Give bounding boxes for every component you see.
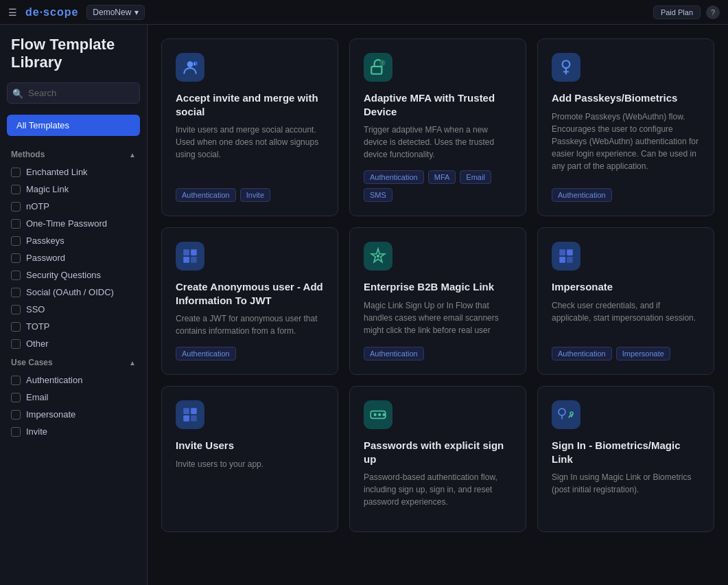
checkbox-password[interactable] <box>11 253 21 263</box>
tag-authentication: Authentication <box>364 347 424 360</box>
tag-authentication: Authentication <box>552 347 612 360</box>
svg-rect-16 <box>191 408 197 414</box>
filter-enchanted-link[interactable]: Enchanted Link <box>0 163 147 181</box>
filter-other[interactable]: Other <box>0 335 147 352</box>
page-title: Flow Template Library <box>0 36 147 82</box>
filter-label: Other <box>26 339 49 349</box>
filter-notp[interactable]: nOTP <box>0 198 147 215</box>
svg-rect-14 <box>567 257 573 263</box>
filter-label: Passkeys <box>26 236 64 246</box>
filter-impersonate[interactable]: Impersonate <box>0 406 147 423</box>
filter-password[interactable]: Password <box>0 249 147 266</box>
card-icon <box>364 242 392 271</box>
card-passwords-signup[interactable]: Passwords with explicit sign up Password… <box>349 386 526 532</box>
all-templates-button[interactable]: All Templates <box>7 115 140 136</box>
card-desc: Invite users and merge social account. U… <box>176 124 324 179</box>
filter-label: Email <box>26 392 49 402</box>
filter-invite[interactable]: Invite <box>0 423 147 440</box>
card-enterprise-magic-link[interactable]: Enterprise B2B Magic Link Magic Link Sig… <box>349 227 526 375</box>
paid-plan-button[interactable]: Paid Plan <box>653 5 701 19</box>
tag-impersonate: Impersonate <box>616 347 670 360</box>
tag-authentication: Authentication <box>176 347 236 360</box>
checkbox-invite[interactable] <box>11 427 21 437</box>
help-icon[interactable]: ? <box>706 5 720 19</box>
svg-point-20 <box>378 413 381 416</box>
card-icon <box>176 400 204 429</box>
svg-point-10 <box>377 255 379 257</box>
methods-section-header[interactable]: Methods ▲ <box>0 144 147 163</box>
filter-otp[interactable]: One-Time Password <box>0 215 147 232</box>
checkbox-other[interactable] <box>11 339 21 349</box>
card-sign-in-biometrics[interactable]: Sign In - Biometrics/Magic Link Sign In … <box>537 386 714 532</box>
card-icon <box>552 242 580 271</box>
card-title: Create Anonymous user - Add Information … <box>176 280 324 307</box>
card-impersonate[interactable]: Impersonate Check user credentials, and … <box>537 227 714 375</box>
tag-mfa: MFA <box>428 170 456 184</box>
checkbox-enchanted-link[interactable] <box>11 168 21 177</box>
checkbox-otp[interactable] <box>11 219 21 229</box>
filter-authentication[interactable]: Authentication <box>0 371 147 389</box>
content-area: i Accept invite and merge with social In… <box>148 25 728 585</box>
filter-totp[interactable]: TOTP <box>0 318 147 335</box>
card-icon <box>364 400 392 429</box>
checkbox-security-questions[interactable] <box>11 271 21 280</box>
nav-left: ☰ de·scope DemoNew ▾ <box>8 5 145 20</box>
svg-rect-7 <box>191 249 197 255</box>
card-desc: Invite users to your app. <box>176 458 324 509</box>
svg-text:!: ! <box>382 60 384 65</box>
tag-authentication: Authentication <box>176 188 236 202</box>
card-tags: Authentication MFA Email SMS <box>364 170 512 202</box>
card-invite-users[interactable]: Invite Users Invite users to your app. <box>161 386 338 532</box>
card-icon <box>552 400 580 429</box>
card-desc: Password-based authentication flow, incl… <box>364 471 512 508</box>
card-passkeys[interactable]: Add Passkeys/Biometrics Promote Passkeys… <box>537 38 714 216</box>
search-input[interactable] <box>7 82 140 104</box>
filter-label: Impersonate <box>26 409 75 420</box>
card-adaptive-mfa[interactable]: ! Adaptive MFA with Trusted Device Trigg… <box>349 38 526 216</box>
card-desc: Promote Passkeys (WebAuthn) flow. Encour… <box>552 111 700 179</box>
svg-rect-11 <box>559 249 565 255</box>
card-tags: Authentication <box>364 347 512 360</box>
tag-authentication: Authentication <box>552 188 612 202</box>
svg-rect-8 <box>183 257 189 263</box>
svg-rect-15 <box>183 408 189 414</box>
card-icon <box>176 242 204 271</box>
card-icon: ! <box>364 53 392 82</box>
card-title: Add Passkeys/Biometrics <box>552 91 700 105</box>
filter-email[interactable]: Email <box>0 389 147 406</box>
filter-sso[interactable]: SSO <box>0 301 147 318</box>
checkbox-authentication[interactable] <box>11 376 21 385</box>
checkbox-totp[interactable] <box>11 322 21 332</box>
checkbox-passkeys[interactable] <box>11 236 21 246</box>
svg-point-0 <box>187 61 193 67</box>
filter-magic-link[interactable]: Magic Link <box>0 181 147 198</box>
checkbox-sso[interactable] <box>11 305 21 314</box>
use-cases-section-header[interactable]: Use Cases ▲ <box>0 352 147 371</box>
menu-icon[interactable]: ☰ <box>8 7 17 18</box>
card-tags: Authentication Invite <box>176 188 324 202</box>
svg-rect-17 <box>183 415 189 422</box>
filter-label: Magic Link <box>26 184 69 194</box>
card-accept-invite[interactable]: i Accept invite and merge with social In… <box>161 38 338 216</box>
checkbox-social[interactable] <box>11 288 21 297</box>
card-desc: Sign In using Magic Link or Biometrics (… <box>552 471 700 508</box>
card-title: Accept invite and merge with social <box>176 91 324 118</box>
svg-rect-6 <box>183 249 189 255</box>
checkbox-email[interactable] <box>11 393 21 402</box>
card-grid: i Accept invite and merge with social In… <box>161 38 714 532</box>
checkbox-impersonate[interactable] <box>11 410 21 420</box>
filter-label: Social (OAuth / OIDC) <box>26 287 114 297</box>
project-selector[interactable]: DemoNew ▾ <box>86 5 145 20</box>
card-anonymous-user[interactable]: Create Anonymous user - Add Information … <box>161 227 338 375</box>
checkbox-magic-link[interactable] <box>11 185 21 194</box>
filter-social[interactable]: Social (OAuth / OIDC) <box>0 284 147 301</box>
top-nav: ☰ de·scope DemoNew ▾ Paid Plan ? <box>0 0 728 25</box>
svg-text:i: i <box>194 62 195 66</box>
filter-passkeys[interactable]: Passkeys <box>0 232 147 249</box>
checkbox-notp[interactable] <box>11 202 21 211</box>
card-tags: Authentication <box>552 188 700 202</box>
methods-chevron-icon: ▲ <box>129 151 136 159</box>
filter-security-questions[interactable]: Security Questions <box>0 266 147 284</box>
search-box: 🔍 <box>7 82 140 104</box>
filter-label: nOTP <box>26 201 49 211</box>
